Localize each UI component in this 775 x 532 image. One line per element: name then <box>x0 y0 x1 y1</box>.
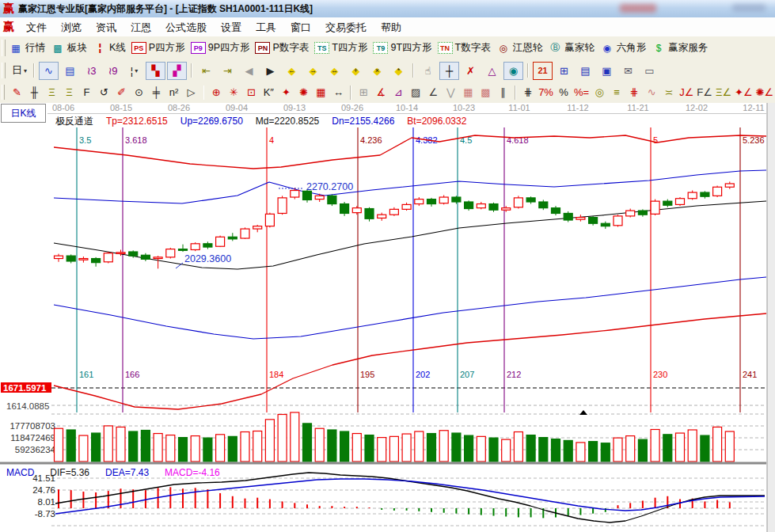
hand-tool-icon[interactable]: ☝ <box>418 62 438 80</box>
volume-bar-0[interactable] <box>55 428 63 462</box>
frame-tool-icon[interactable]: ⊞ <box>355 83 371 101</box>
volume-bar-39[interactable] <box>539 438 548 462</box>
candle-13[interactable] <box>216 236 225 247</box>
diamond-hspan-icon[interactable]: ◆↔ <box>325 62 344 80</box>
grid-123-icon[interactable]: ▦ <box>313 83 329 101</box>
wave-lines-icon[interactable]: ∿ <box>644 83 659 101</box>
volume-bar-35[interactable] <box>489 438 498 462</box>
volume-bar-42[interactable] <box>576 443 585 462</box>
diamond-shrink-icon[interactable]: ◆× <box>367 62 387 80</box>
fan-dark-icon[interactable]: ▨ <box>408 83 424 101</box>
percent-icon[interactable]: % <box>556 83 572 101</box>
ruler-lines-icon[interactable]: ╪ <box>148 83 164 101</box>
gold-under-icon[interactable]: ≍ <box>661 83 677 101</box>
volume-bar-27[interactable] <box>389 436 398 462</box>
volume-bar-18[interactable] <box>278 414 287 462</box>
candle-53[interactable] <box>713 186 722 197</box>
menu-item-设置[interactable]: 设置 <box>214 18 249 36</box>
crosshair-tool-icon[interactable]: ┼ <box>439 62 459 80</box>
volume-bar-2[interactable] <box>79 435 88 462</box>
angle-j-icon[interactable]: J∠ <box>678 83 694 101</box>
price-scale-icon[interactable]: ⋕ <box>520 83 536 101</box>
volume-bar-38[interactable] <box>526 435 535 462</box>
volume-bar-45[interactable] <box>614 438 622 462</box>
grid-target-icon[interactable]: ⊡ <box>243 83 259 101</box>
volume-bar-28[interactable] <box>402 434 411 462</box>
wave-9-icon[interactable]: ≀9 <box>103 62 123 80</box>
toolbar-button-kline[interactable]: ╏K线 <box>93 41 126 55</box>
toolbar-button-winner-service[interactable]: $赢家服务 <box>652 41 708 55</box>
volume-bar-50[interactable] <box>676 433 685 462</box>
candle-48[interactable] <box>651 200 659 215</box>
win-tool-icon[interactable]: ✺ <box>295 83 311 101</box>
period-dropdown-icon[interactable]: 日▾ <box>9 62 29 80</box>
save-icon[interactable]: ▣ <box>597 62 617 80</box>
candle-15[interactable] <box>241 227 249 238</box>
volume-bar-48[interactable] <box>651 429 659 462</box>
pencil-icon[interactable]: ✎ <box>9 83 25 101</box>
toolbar-button-gann-wheel[interactable]: ◎江恩轮 <box>496 41 543 55</box>
volume-bar-30[interactable] <box>427 434 436 462</box>
h-arrows-icon[interactable]: ↔ <box>330 83 346 101</box>
volume-bar-36[interactable] <box>502 439 511 462</box>
menu-item-浏览[interactable]: 浏览 <box>54 18 89 36</box>
diamond-right-icon[interactable]: ◆→ <box>303 62 323 80</box>
menu-item-文件[interactable]: 文件 <box>19 18 54 36</box>
menu-item-工具[interactable]: 工具 <box>249 18 283 36</box>
flag-tool-icon[interactable]: ▷ <box>184 83 199 101</box>
volume-bar-32[interactable] <box>452 433 461 462</box>
fib-f-icon[interactable]: F <box>78 83 94 101</box>
toolbar-button-9t-square[interactable]: T99T四方形 <box>373 41 431 55</box>
volume-bar-15[interactable] <box>241 432 249 462</box>
menu-item-帮助[interactable]: 帮助 <box>374 18 408 36</box>
color-histogram-icon[interactable]: ▞ <box>167 62 187 80</box>
volume-bar-37[interactable] <box>514 432 522 462</box>
toolbar-button-p-number-table[interactable]: PNP数字表 <box>255 41 309 55</box>
candle-11[interactable] <box>191 242 199 251</box>
calendar-icon[interactable]: 21 <box>533 62 553 80</box>
shen-tool-icon[interactable]: ✦ <box>278 83 294 101</box>
volume-bar-22[interactable] <box>328 430 336 462</box>
volume-bar-46[interactable] <box>626 436 635 462</box>
candle-4[interactable] <box>104 252 112 263</box>
gold-eq-icon[interactable]: ≡ <box>609 83 625 101</box>
target-cross-icon[interactable]: ⊕ <box>208 83 224 101</box>
quote-sheet-icon[interactable]: ▤ <box>60 62 80 80</box>
angle-shen-icon[interactable]: ✦∠ <box>734 83 754 101</box>
menu-item-窗口[interactable]: 窗口 <box>283 18 318 36</box>
volume-bar-4[interactable] <box>104 426 112 462</box>
volume-bar-11[interactable] <box>191 436 199 462</box>
k-prime-icon[interactable]: K″ <box>260 83 276 101</box>
shape-tool-icon[interactable]: △ <box>482 62 502 80</box>
menu-item-公式选股[interactable]: 公式选股 <box>158 18 214 36</box>
volume-bar-26[interactable] <box>378 438 386 462</box>
first-bar-icon[interactable]: ⇤ <box>196 62 216 80</box>
volume-bar-14[interactable] <box>228 436 237 462</box>
vertical-grid-icon[interactable]: ╫ <box>26 83 42 101</box>
smart-tool-icon[interactable]: ◉ <box>503 62 523 80</box>
corner-grid-icon[interactable]: ▩ <box>477 83 493 101</box>
candle-50[interactable] <box>676 197 685 206</box>
volume-bar-20[interactable] <box>303 424 312 462</box>
volume-bar-1[interactable] <box>66 430 75 462</box>
volume-bar-43[interactable] <box>589 442 598 462</box>
candle-9[interactable] <box>166 248 175 259</box>
candle-37[interactable] <box>514 196 522 208</box>
menu-item-交易委托[interactable]: 交易委托 <box>318 18 374 36</box>
volume-bar-52[interactable] <box>701 435 709 462</box>
menu-item-资讯[interactable]: 资讯 <box>89 18 123 36</box>
angle-f-icon[interactable]: F∠ <box>696 83 713 101</box>
system-icon[interactable]: ▭ <box>640 62 659 80</box>
toolbar-button-t-number-table[interactable]: TNT数字表 <box>438 41 491 55</box>
volume-bar-8[interactable] <box>154 434 162 462</box>
diamond-left-icon[interactable]: ◆← <box>282 62 302 80</box>
diamond-expand-icon[interactable]: ◆+ <box>346 62 366 80</box>
wave-3-icon[interactable]: ≀3 <box>82 62 101 80</box>
parallel-lines-icon[interactable]: ∥ <box>495 83 511 101</box>
volume-bar-33[interactable] <box>465 435 473 462</box>
bars-pencil-icon[interactable]: ⋕ <box>626 83 642 101</box>
volume-bar-25[interactable] <box>365 435 374 462</box>
volume-bar-23[interactable] <box>340 431 349 462</box>
last-bar-icon[interactable]: ⇥ <box>218 62 237 80</box>
percent-7-icon[interactable]: 7% <box>538 83 554 101</box>
